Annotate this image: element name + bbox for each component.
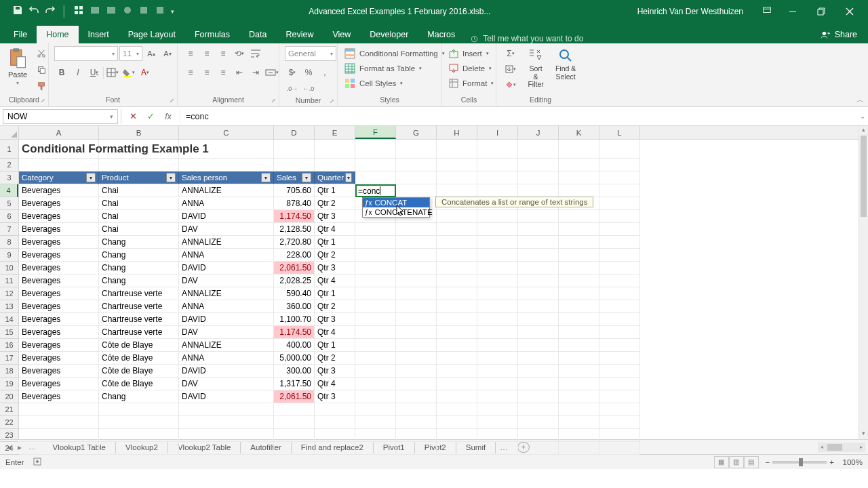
cell[interactable] [599,416,640,429]
cell[interactable]: Beverages [19,339,99,352]
cell[interactable] [559,140,599,159]
column-header-I[interactable]: I [477,126,518,139]
cell[interactable] [437,352,477,365]
cell[interactable] [437,339,477,352]
cell[interactable]: Chartreuse verte [99,287,179,300]
cell[interactable] [559,184,599,197]
cell[interactable]: Chai [99,197,179,210]
ribbon-tab-developer[interactable]: Developer [360,26,418,43]
cell[interactable] [179,416,274,429]
collapse-ribbon-icon[interactable]: ︿ [856,95,864,105]
cell[interactable]: Côte de Blaye [99,352,179,365]
cell[interactable] [518,236,559,249]
ribbon-tab-file[interactable]: File [4,26,37,43]
cell[interactable] [179,442,274,455]
column-header-J[interactable]: J [518,126,559,139]
cell[interactable] [396,159,437,171]
find-select-button[interactable]: Find & Select [552,46,579,82]
ribbon-tab-insert[interactable]: Insert [79,26,119,43]
cell[interactable]: Chai [99,223,179,236]
cell[interactable] [355,171,396,184]
cell[interactable] [518,339,559,352]
cell[interactable]: Qtr 2 [315,300,355,313]
cell[interactable] [396,365,437,378]
cell[interactable]: Beverages [19,184,99,197]
filter-dropdown-icon[interactable]: ▼ [302,173,311,182]
row-header-16[interactable]: 16 [0,339,18,352]
cell[interactable] [315,429,355,442]
cell[interactable] [599,403,640,416]
scroll-right-icon[interactable]: ▸ [857,443,865,452]
worksheet-grid[interactable]: ABCDEFGHIJKL 123456789101112131415161718… [0,126,868,439]
column-header-E[interactable]: E [315,126,355,139]
decrease-decimal-button[interactable]: ←.0 [301,81,316,96]
sort-filter-button[interactable]: Sort & Filter [524,46,548,90]
cell[interactable] [355,442,396,455]
qat-btn-icon[interactable] [122,5,133,18]
cell[interactable] [355,365,396,378]
increase-indent-button[interactable]: ⇥ [248,65,263,80]
increase-decimal-button[interactable]: .0→ [285,81,300,96]
zoom-in-button[interactable]: + [829,458,834,466]
ribbon-tab-review[interactable]: Review [276,26,323,43]
cell[interactable] [559,365,599,378]
column-header-H[interactable]: H [437,126,477,139]
cell[interactable]: Chartreuse verte [99,300,179,313]
row-header-3[interactable]: 3 [0,171,18,184]
cell[interactable] [477,140,518,159]
table-header-quarter[interactable]: Quarter▼ [315,171,355,184]
cell[interactable]: Beverages [19,274,99,287]
cell[interactable]: Qtr 4 [315,223,355,236]
cell[interactable] [437,236,477,249]
row-header-1[interactable]: 1 [0,140,18,159]
column-header-L[interactable]: L [599,126,640,139]
cell[interactable] [559,378,599,390]
cell[interactable] [518,159,559,171]
cell[interactable] [599,390,640,403]
cell[interactable] [437,429,477,442]
row-header-12[interactable]: 12 [0,287,18,300]
row-header-23[interactable]: 23 [0,429,18,442]
column-header-A[interactable]: A [19,126,99,139]
cell[interactable] [518,326,559,339]
ribbon-tab-macros[interactable]: Macros [418,26,465,43]
cell[interactable]: 590.40 [274,287,315,300]
cell[interactable]: Qtr 1 [315,184,355,197]
cell[interactable] [559,287,599,300]
cell[interactable] [559,326,599,339]
cell[interactable] [396,223,437,236]
cell[interactable] [396,390,437,403]
cell[interactable] [599,300,640,313]
row-header-5[interactable]: 5 [0,197,18,210]
cell[interactable] [315,159,355,171]
bold-button[interactable]: B [54,65,69,80]
cell[interactable]: 1,174.50 [274,326,315,339]
cell[interactable] [437,159,477,171]
cell[interactable]: Chartreuse verte [99,313,179,326]
cell[interactable]: Beverages [19,197,99,210]
cell[interactable]: Chang [99,262,179,274]
cell[interactable] [179,403,274,416]
cell[interactable] [437,378,477,390]
cell[interactable] [477,236,518,249]
cell[interactable] [477,249,518,262]
shrink-font-button[interactable]: A▾ [160,46,175,61]
cell[interactable]: ANNALIZE [179,236,274,249]
cell[interactable] [559,403,599,416]
cell[interactable] [599,236,640,249]
fill-color-button[interactable]: ▾ [121,65,136,80]
filter-dropdown-icon[interactable]: ▼ [261,173,271,182]
align-bottom-button[interactable]: ≡ [216,46,231,61]
cancel-formula-button[interactable]: ✕ [124,109,142,124]
cell[interactable] [437,313,477,326]
cell[interactable] [315,442,355,455]
cell[interactable]: Qtr 2 [315,197,355,210]
cell[interactable]: Qtr 3 [315,210,355,223]
cell[interactable] [274,442,315,455]
cell[interactable] [599,159,640,171]
cell[interactable] [179,429,274,442]
cell[interactable] [437,403,477,416]
font-color-button[interactable]: A▾ [138,65,153,80]
cell[interactable] [396,416,437,429]
redo-icon[interactable] [45,5,56,18]
